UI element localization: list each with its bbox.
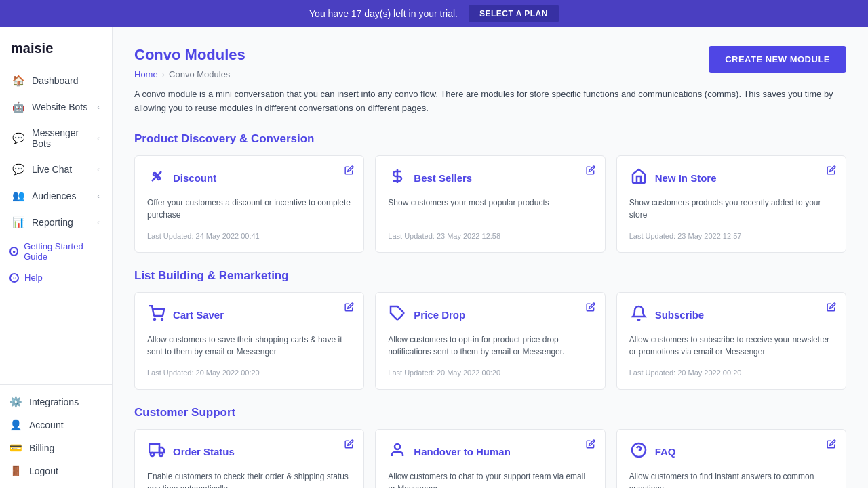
card-header-order-status: Order Status	[147, 442, 351, 462]
svg-rect-7	[149, 444, 159, 453]
getting-started-guide-link[interactable]: ● Getting Started Guide	[0, 236, 112, 267]
edit-button-faq[interactable]	[827, 439, 836, 451]
card-handover-to-human[interactable]: Handover to Human Allow customers to cha…	[375, 429, 605, 488]
guide-label: Getting Started Guide	[24, 241, 102, 262]
tag-icon	[388, 305, 407, 325]
card-subscribe[interactable]: Subscribe Allow customers to subscribe t…	[616, 292, 846, 390]
card-discount[interactable]: Discount Offer your customers a discount…	[134, 155, 364, 253]
svg-point-0	[153, 173, 156, 176]
chevron-icon-messenger-bots: ‹	[97, 134, 100, 142]
card-updated-new-in-store: Last Updated: 23 May 2022 12:57	[629, 232, 833, 240]
sidebar-item-messenger-bots[interactable]: 💬 Messenger Bots ‹	[3, 121, 109, 156]
sidebar-item-integrations[interactable]: ⚙️ Integrations	[0, 390, 112, 413]
help-dot-icon: ○	[9, 273, 19, 283]
section-list-building: List Building & Remarketing Cart Saver A…	[134, 269, 846, 390]
svg-point-10	[159, 453, 163, 456]
sidebar-label-integrations: Integrations	[29, 396, 79, 407]
breadcrumb-home[interactable]: Home	[134, 69, 158, 79]
logo: maisie	[0, 34, 112, 67]
logout-icon: 🚪	[9, 465, 22, 477]
help-link[interactable]: ○ Help	[0, 267, 112, 288]
sidebar-item-billing[interactable]: 💳 Billing	[0, 436, 112, 460]
sidebar-item-website-bots[interactable]: 🤖 Website Bots ‹	[3, 94, 109, 120]
sidebar-label-audiences: Audiences	[32, 190, 76, 201]
card-description-subscribe: Allow customers to subscribe to receive …	[629, 333, 833, 358]
sidebar-item-audiences[interactable]: 👥 Audiences ‹	[3, 183, 109, 209]
sidebar-label-website-bots: Website Bots	[32, 102, 87, 113]
card-header-price-drop: Price Drop	[388, 305, 592, 325]
breadcrumb: Home › Convo Modules	[134, 69, 245, 79]
svg-point-4	[154, 319, 155, 320]
svg-point-1	[157, 177, 160, 180]
sidebar-item-reporting[interactable]: 📊 Reporting ‹	[3, 209, 109, 235]
card-header-discount: Discount	[147, 168, 351, 188]
dashboard-icon: 🏠	[12, 75, 25, 87]
edit-button-cart-saver[interactable]	[344, 302, 354, 314]
card-description-price-drop: Allow customers to opt-in for product pr…	[388, 333, 592, 358]
page-description: A convo module is a mini conversation th…	[134, 87, 846, 116]
card-name-best-sellers: Best Sellers	[414, 172, 472, 184]
guide-dot-icon: ●	[9, 247, 18, 256]
chevron-icon-website-bots: ‹	[97, 103, 100, 111]
card-name-price-drop: Price Drop	[414, 309, 465, 321]
edit-button-handover-to-human[interactable]	[586, 439, 595, 451]
section-title-product-discovery: Product Discovery & Conversion	[134, 132, 846, 146]
sidebar-item-logout[interactable]: 🚪 Logout	[0, 460, 112, 483]
website-bots-icon: 🤖	[12, 101, 25, 113]
select-plan-button[interactable]: SELECT A PLAN	[469, 5, 559, 22]
card-new-in-store[interactable]: New In Store Show customers products you…	[616, 155, 846, 253]
edit-button-order-status[interactable]	[344, 439, 354, 451]
edit-button-new-in-store[interactable]	[827, 165, 836, 177]
card-description-faq: Allow customers to find instant answers …	[629, 470, 833, 488]
card-header-faq: FAQ	[629, 442, 833, 462]
card-cart-saver[interactable]: Cart Saver Allow customers to save their…	[134, 292, 364, 390]
percent-icon	[147, 168, 166, 188]
sidebar-label-logout: Logout	[29, 466, 58, 476]
sidebar-bottom: ⚙️ Integrations 👤 Account 💳 Billing 🚪 Lo…	[0, 384, 112, 488]
breadcrumb-separator: ›	[162, 69, 165, 79]
card-best-sellers[interactable]: Best Sellers Show customers your most po…	[375, 155, 605, 253]
sidebar-item-live-chat[interactable]: 💬 Live Chat ‹	[3, 157, 109, 182]
card-faq[interactable]: FAQ Allow customers to find instant answ…	[616, 429, 846, 488]
card-price-drop[interactable]: Price Drop Allow customers to opt-in for…	[375, 292, 605, 390]
edit-button-price-drop[interactable]	[586, 302, 595, 314]
store-icon	[629, 168, 648, 188]
card-description-order-status: Enable customers to check their order & …	[147, 470, 351, 488]
card-description-new-in-store: Show customers products you recently add…	[629, 197, 833, 221]
edit-button-best-sellers[interactable]	[586, 165, 595, 177]
cards-grid-list-building: Cart Saver Allow customers to save their…	[134, 292, 846, 390]
edit-button-discount[interactable]	[344, 165, 354, 177]
messenger-bots-icon: 💬	[12, 132, 25, 144]
card-description-cart-saver: Allow customers to save their shopping c…	[147, 333, 351, 358]
card-header-best-sellers: Best Sellers	[388, 168, 592, 188]
card-description-handover-to-human: Allow customers to chat to your support …	[388, 470, 592, 488]
truck-icon	[147, 442, 166, 462]
card-name-subscribe: Subscribe	[655, 309, 705, 321]
section-customer-support: Customer Support Order Status Enable cus…	[134, 406, 846, 488]
card-description-best-sellers: Show customers your most popular product…	[388, 197, 592, 221]
section-product-discovery: Product Discovery & Conversion Discount …	[134, 132, 846, 253]
chevron-icon-live-chat: ‹	[97, 165, 100, 174]
card-header-handover-to-human: Handover to Human	[388, 442, 592, 462]
chevron-icon-audiences: ‹	[97, 192, 100, 200]
card-name-discount: Discount	[173, 172, 216, 184]
dollar-icon	[388, 168, 407, 188]
sidebar-item-dashboard[interactable]: 🏠 Dashboard	[3, 68, 109, 94]
person-icon	[388, 442, 407, 462]
card-updated-cart-saver: Last Updated: 20 May 2022 00:20	[147, 369, 351, 377]
reporting-icon: 📊	[12, 216, 25, 228]
edit-button-subscribe[interactable]	[827, 302, 836, 314]
billing-icon: 💳	[9, 442, 22, 454]
breadcrumb-current: Convo Modules	[169, 69, 230, 79]
card-order-status[interactable]: Order Status Enable customers to check t…	[134, 429, 364, 488]
help-label: Help	[24, 272, 43, 283]
create-module-button[interactable]: CREATE NEW MODULE	[709, 46, 846, 73]
svg-marker-8	[159, 447, 164, 453]
svg-point-5	[161, 319, 163, 320]
chevron-icon-reporting: ‹	[97, 218, 100, 226]
sidebar-item-account[interactable]: 👤 Account	[0, 413, 112, 436]
sidebar: maisie 🏠 Dashboard 🤖 Website Bots ‹ 💬 Me…	[0, 27, 113, 488]
sidebar-label-billing: Billing	[29, 443, 54, 453]
cards-grid-product-discovery: Discount Offer your customers a discount…	[134, 155, 846, 253]
card-updated-discount: Last Updated: 24 May 2022 00:41	[147, 232, 351, 240]
